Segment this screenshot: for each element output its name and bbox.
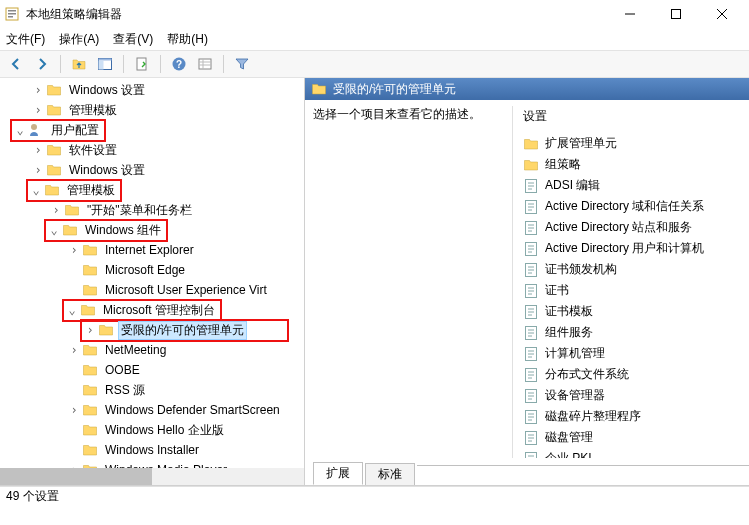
- setting-row[interactable]: 组策略: [523, 154, 741, 175]
- tree-item[interactable]: Windows Hello 企业版: [0, 420, 304, 440]
- policy-item-icon: [523, 199, 539, 215]
- filter-button[interactable]: [230, 53, 254, 75]
- svg-rect-14: [199, 59, 211, 69]
- toolbar-separator: [160, 55, 161, 73]
- svg-rect-9: [99, 59, 112, 61]
- setting-label: 扩展管理单元: [545, 135, 617, 152]
- folder-icon: [82, 442, 98, 458]
- setting-row[interactable]: 设备管理器: [523, 385, 741, 406]
- setting-row[interactable]: Active Directory 站点和服务: [523, 217, 741, 238]
- setting-row[interactable]: 组件服务: [523, 322, 741, 343]
- tree-item[interactable]: ›Windows Defender SmartScreen: [0, 400, 304, 420]
- tree-item-user-config[interactable]: ⌄用户配置: [0, 120, 304, 140]
- setting-row[interactable]: 企业 PKI: [523, 448, 741, 458]
- tab-extended[interactable]: 扩展: [313, 462, 363, 485]
- expand-icon[interactable]: ›: [66, 343, 82, 357]
- setting-row[interactable]: 证书模板: [523, 301, 741, 322]
- folder-icon: [46, 102, 62, 118]
- tree[interactable]: ›Windows 设置 ›管理模板 ⌄用户配置 ›软件设置 ›Windows 设…: [0, 78, 304, 468]
- policy-item-icon: [523, 325, 539, 341]
- menu-file[interactable]: 文件(F): [6, 31, 45, 48]
- tree-item[interactable]: ›管理模板: [0, 100, 304, 120]
- folder-icon: [80, 302, 96, 318]
- setting-row[interactable]: 磁盘碎片整理程序: [523, 406, 741, 427]
- app-icon: [4, 6, 20, 22]
- export-button[interactable]: [130, 53, 154, 75]
- tree-item[interactable]: Microsoft User Experience Virt: [0, 280, 304, 300]
- folder-icon: [82, 362, 98, 378]
- tree-item[interactable]: ›"开始"菜单和任务栏: [0, 200, 304, 220]
- menu-help[interactable]: 帮助(H): [167, 31, 208, 48]
- up-button[interactable]: [67, 53, 91, 75]
- tree-item[interactable]: ›NetMeeting: [0, 340, 304, 360]
- title-bar: 本地组策略编辑器: [0, 0, 749, 28]
- setting-row[interactable]: 计算机管理: [523, 343, 741, 364]
- folder-icon: [523, 157, 539, 173]
- folder-icon: [46, 142, 62, 158]
- tree-item[interactable]: OOBE: [0, 360, 304, 380]
- back-button[interactable]: [4, 53, 28, 75]
- settings-column-header[interactable]: 设置: [523, 106, 741, 127]
- expand-icon[interactable]: ›: [66, 243, 82, 257]
- description-prompt: 选择一个项目来查看它的描述。: [313, 106, 502, 123]
- tree-item[interactable]: ›Windows Media Player: [0, 460, 304, 468]
- tree-item[interactable]: ›Windows 设置: [0, 80, 304, 100]
- expand-icon[interactable]: ›: [30, 163, 46, 177]
- setting-row[interactable]: 分布式文件系统: [523, 364, 741, 385]
- expand-icon[interactable]: ›: [30, 103, 46, 117]
- expand-icon[interactable]: ›: [48, 203, 64, 217]
- tree-item[interactable]: RSS 源: [0, 380, 304, 400]
- setting-row[interactable]: 扩展管理单元: [523, 133, 741, 154]
- tree-item[interactable]: Microsoft Edge: [0, 260, 304, 280]
- tree-item[interactable]: ›Windows 设置: [0, 160, 304, 180]
- collapse-icon[interactable]: ⌄: [28, 183, 44, 197]
- close-button[interactable]: [699, 0, 745, 28]
- tree-horizontal-scrollbar[interactable]: [0, 468, 304, 485]
- maximize-button[interactable]: [653, 0, 699, 28]
- forward-button[interactable]: [30, 53, 54, 75]
- tree-item[interactable]: ›Internet Explorer: [0, 240, 304, 260]
- svg-rect-5: [672, 10, 681, 19]
- tab-standard[interactable]: 标准: [365, 463, 415, 485]
- folder-icon: [82, 262, 98, 278]
- folder-icon: [82, 342, 98, 358]
- setting-row[interactable]: ADSI 编辑: [523, 175, 741, 196]
- collapse-icon[interactable]: ⌄: [64, 303, 80, 317]
- tree-item-windows-components[interactable]: ⌄Windows 组件: [0, 220, 304, 240]
- tree-item-restricted-units[interactable]: ›受限的/许可的管理单元: [0, 320, 304, 340]
- setting-row[interactable]: Active Directory 域和信任关系: [523, 196, 741, 217]
- tree-item-admin-templates[interactable]: ⌄管理模板: [0, 180, 304, 200]
- tree-item[interactable]: ›软件设置: [0, 140, 304, 160]
- minimize-button[interactable]: [607, 0, 653, 28]
- expand-icon[interactable]: ›: [66, 403, 82, 417]
- policy-item-icon: [523, 367, 539, 383]
- collapse-icon[interactable]: ⌄: [46, 223, 62, 237]
- details-button[interactable]: [193, 53, 217, 75]
- expand-icon[interactable]: ›: [82, 323, 98, 337]
- expand-icon[interactable]: ›: [30, 83, 46, 97]
- setting-row[interactable]: Active Directory 用户和计算机: [523, 238, 741, 259]
- folder-icon: [82, 422, 98, 438]
- setting-row[interactable]: 磁盘管理: [523, 427, 741, 448]
- tree-item[interactable]: Windows Installer: [0, 440, 304, 460]
- folder-icon: [64, 202, 80, 218]
- svg-rect-10: [99, 61, 104, 70]
- toolbar: ?: [0, 50, 749, 78]
- collapse-icon[interactable]: ⌄: [12, 123, 28, 137]
- tree-item-mmc[interactable]: ⌄Microsoft 管理控制台: [0, 300, 304, 320]
- setting-label: 分布式文件系统: [545, 366, 629, 383]
- svg-text:?: ?: [176, 59, 182, 70]
- menu-action[interactable]: 操作(A): [59, 31, 99, 48]
- show-hide-tree-button[interactable]: [93, 53, 117, 75]
- help-button[interactable]: ?: [167, 53, 191, 75]
- setting-row[interactable]: 证书: [523, 280, 741, 301]
- setting-row[interactable]: 证书颁发机构: [523, 259, 741, 280]
- folder-icon: [82, 382, 98, 398]
- details-tabs: 扩展 标准: [309, 463, 749, 485]
- setting-label: 证书: [545, 282, 569, 299]
- menu-view[interactable]: 查看(V): [113, 31, 153, 48]
- window-title: 本地组策略编辑器: [26, 6, 607, 23]
- setting-label: 证书颁发机构: [545, 261, 617, 278]
- svg-rect-1: [8, 10, 16, 12]
- expand-icon[interactable]: ›: [30, 143, 46, 157]
